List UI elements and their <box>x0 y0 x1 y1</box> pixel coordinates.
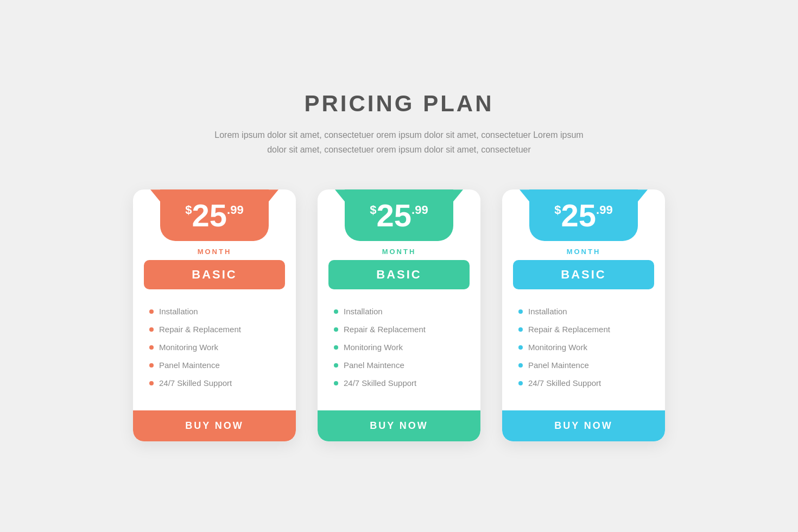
list-item: Panel Maintence <box>518 356 649 374</box>
list-item: Panel Maintence <box>149 356 280 374</box>
list-item: Repair & Replacement <box>334 320 464 338</box>
buy-button-blue[interactable]: BUY NOW <box>502 410 665 441</box>
buy-button-teal[interactable]: BUY NOW <box>318 410 480 441</box>
feature-text: Monitoring Work <box>344 343 403 352</box>
bullet-icon <box>334 345 338 350</box>
list-item: Installation <box>518 302 649 320</box>
bullet-icon <box>334 363 338 368</box>
price-amount-orange: 25 <box>192 200 227 231</box>
feature-text: Panel Maintence <box>344 360 404 370</box>
list-item: 24/7 Skilled Support <box>334 374 464 392</box>
feature-text: Repair & Replacement <box>528 325 610 334</box>
bullet-icon <box>518 345 523 350</box>
feature-text: 24/7 Skilled Support <box>344 378 416 388</box>
bullet-icon <box>334 309 338 314</box>
feature-text: Monitoring Work <box>528 343 587 352</box>
list-item: Monitoring Work <box>518 338 649 356</box>
list-item: 24/7 Skilled Support <box>518 374 649 392</box>
features-list-blue: InstallationRepair & ReplacementMonitori… <box>502 289 665 405</box>
feature-text: Panel Maintence <box>528 360 589 370</box>
list-item: Panel Maintence <box>334 356 464 374</box>
price-dollar-teal: $ <box>370 204 376 216</box>
feature-text: 24/7 Skilled Support <box>528 378 601 388</box>
price-amount-teal: 25 <box>377 200 412 231</box>
pricing-card-teal: $25.99MONTHBASICInstallationRepair & Rep… <box>318 189 480 441</box>
bullet-icon <box>149 345 154 350</box>
list-item: Repair & Replacement <box>149 320 280 338</box>
feature-text: Monitoring Work <box>159 343 218 352</box>
price-amount-blue: 25 <box>561 200 597 231</box>
feature-text: Repair & Replacement <box>344 325 426 334</box>
bullet-icon <box>334 381 338 385</box>
bullet-icon <box>518 327 523 332</box>
plan-name-blue: BASIC <box>513 260 654 289</box>
price-badge-orange: $25.99 <box>152 189 277 241</box>
bullet-icon <box>518 363 523 368</box>
list-item: Monitoring Work <box>334 338 464 356</box>
page-subtitle: Lorem ipsum dolor sit amet, consectetuer… <box>214 128 584 157</box>
plan-name-teal: BASIC <box>328 260 470 289</box>
price-cents-orange: .99 <box>227 204 244 216</box>
list-item: Repair & Replacement <box>518 320 649 338</box>
bullet-icon <box>149 363 154 368</box>
bullet-icon <box>518 381 523 385</box>
price-period-blue: MONTH <box>502 241 665 256</box>
price-period-orange: MONTH <box>133 241 296 256</box>
list-item: Installation <box>334 302 464 320</box>
page-title: PRICING PLAN <box>304 91 493 117</box>
buy-button-orange[interactable]: BUY NOW <box>133 410 296 441</box>
bullet-icon <box>149 327 154 332</box>
price-badge-teal: $25.99 <box>337 189 461 241</box>
feature-text: Repair & Replacement <box>159 325 241 334</box>
list-item: Monitoring Work <box>149 338 280 356</box>
price-period-teal: MONTH <box>318 241 480 256</box>
list-item: 24/7 Skilled Support <box>149 374 280 392</box>
feature-text: Panel Maintence <box>159 360 220 370</box>
feature-text: Installation <box>159 307 198 316</box>
pricing-card-orange: $25.99MONTHBASICInstallationRepair & Rep… <box>133 189 296 441</box>
bullet-icon <box>518 309 523 314</box>
feature-text: 24/7 Skilled Support <box>159 378 232 388</box>
pricing-container: $25.99MONTHBASICInstallationRepair & Rep… <box>133 189 665 441</box>
pricing-card-blue: $25.99MONTHBASICInstallationRepair & Rep… <box>502 189 665 441</box>
bullet-icon <box>334 327 338 332</box>
price-badge-blue: $25.99 <box>521 189 646 241</box>
price-dollar-blue: $ <box>554 204 561 216</box>
features-list-teal: InstallationRepair & ReplacementMonitori… <box>318 289 480 405</box>
feature-text: Installation <box>344 307 383 316</box>
price-cents-teal: .99 <box>411 204 428 216</box>
price-dollar-orange: $ <box>185 204 192 216</box>
feature-text: Installation <box>528 307 567 316</box>
plan-name-orange: BASIC <box>144 260 285 289</box>
list-item: Installation <box>149 302 280 320</box>
price-cents-blue: .99 <box>596 204 613 216</box>
features-list-orange: InstallationRepair & ReplacementMonitori… <box>133 289 296 405</box>
bullet-icon <box>149 309 154 314</box>
bullet-icon <box>149 381 154 385</box>
